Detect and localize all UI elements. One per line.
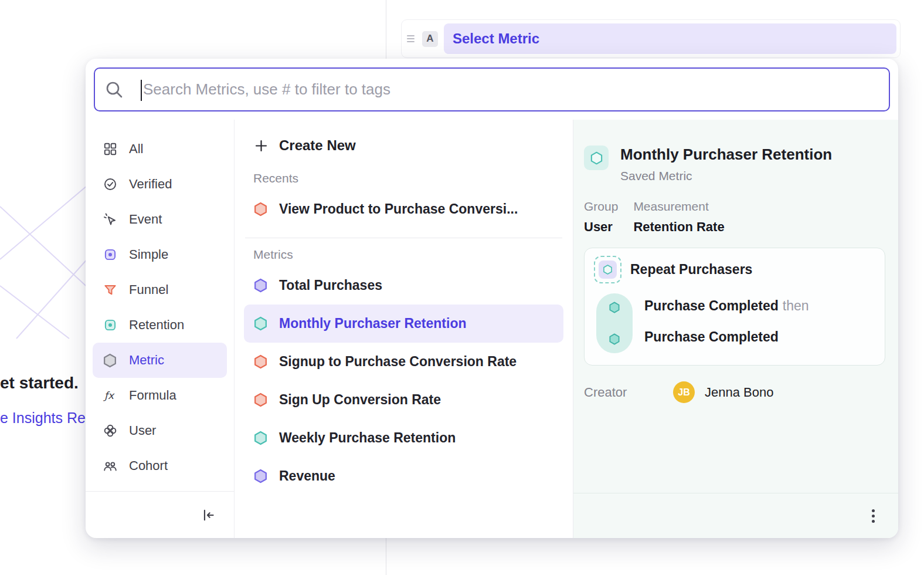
metric-hexagon-icon bbox=[253, 278, 269, 293]
more-options-button[interactable] bbox=[868, 506, 878, 526]
sidebar-item-verified[interactable]: Verified bbox=[93, 167, 227, 202]
group-meta: Group User bbox=[584, 199, 618, 235]
funnel-hexagon-icon bbox=[253, 354, 269, 370]
search-box[interactable] bbox=[94, 67, 890, 111]
retention-hexagon-icon bbox=[584, 146, 609, 170]
select-metric-label: Select Metric bbox=[453, 31, 539, 47]
grid-icon bbox=[102, 141, 118, 157]
metric-row[interactable]: Signup to Purchase Conversion Rate bbox=[244, 343, 563, 381]
measurement-label: Measurement bbox=[633, 199, 724, 214]
sidebar-item-label: User bbox=[129, 423, 156, 438]
sidebar-item-funnel[interactable]: Funnel bbox=[93, 272, 227, 307]
definition-card: Repeat Purchasers Purchase Completedthen bbox=[584, 248, 885, 366]
sidebar-item-label: All bbox=[129, 141, 143, 157]
filter-sidebar: All Verified bbox=[86, 120, 235, 538]
funnel-hexagon-icon bbox=[253, 201, 269, 217]
svg-text:ƒx: ƒx bbox=[103, 390, 115, 401]
sidebar-item-label: Formula bbox=[129, 388, 176, 403]
funnel-icon bbox=[102, 282, 118, 298]
funnel-hexagon-icon bbox=[253, 392, 269, 408]
text-caret bbox=[141, 80, 142, 101]
metric-picker-modal: All Verified bbox=[86, 59, 898, 538]
metric-row-label: Signup to Purchase Conversion Rate bbox=[279, 354, 517, 370]
step-conjunction: then bbox=[783, 298, 809, 313]
measurement-meta: Measurement Retention Rate bbox=[633, 199, 724, 235]
creator-name: Jenna Bono bbox=[705, 385, 773, 400]
recents-section-label: Recents bbox=[253, 171, 554, 185]
metric-row-label: Revenue bbox=[279, 468, 335, 484]
detail-footer bbox=[573, 493, 898, 538]
sidebar-item-label: Cohort bbox=[129, 458, 168, 473]
cohort-people-icon bbox=[102, 458, 118, 474]
metric-row-label: Total Purchases bbox=[279, 278, 382, 293]
list-divider bbox=[245, 238, 562, 238]
metric-query-bar: A Select Metric bbox=[401, 19, 901, 58]
step-hexagon-icon bbox=[608, 301, 621, 314]
sidebar-item-simple[interactable]: Simple bbox=[93, 237, 227, 272]
detail-subtitle: Saved Metric bbox=[620, 169, 832, 183]
sidebar-item-label: Funnel bbox=[129, 282, 168, 297]
metric-row[interactable]: Sign Up Conversion Rate bbox=[244, 381, 563, 419]
step-hexagon-icon bbox=[608, 333, 621, 346]
verified-badge-icon bbox=[102, 177, 118, 192]
background-headline: et started. bbox=[0, 374, 79, 393]
detail-header: Monthly Purchaser Retention Saved Metric bbox=[584, 146, 885, 183]
step-one: Purchase Completedthen bbox=[644, 298, 809, 314]
create-new-button[interactable]: Create New bbox=[244, 129, 563, 162]
steps-pill bbox=[596, 293, 633, 353]
measurement-value: Retention Rate bbox=[633, 219, 724, 235]
sidebar-item-user[interactable]: User bbox=[93, 413, 227, 448]
search-icon bbox=[104, 80, 124, 100]
sidebar-item-label: Retention bbox=[129, 317, 184, 333]
sidebar-item-all[interactable]: All bbox=[93, 131, 227, 167]
creator-avatar: JB bbox=[673, 381, 695, 403]
metric-row[interactable]: Weekly Purchase Retention bbox=[244, 419, 563, 457]
simple-square-icon bbox=[102, 247, 118, 263]
decorative-chart-lines bbox=[0, 165, 100, 341]
sidebar-item-cohort[interactable]: Cohort bbox=[93, 448, 227, 483]
create-new-label: Create New bbox=[279, 137, 356, 154]
search-input[interactable] bbox=[143, 80, 877, 99]
step-one-event: Purchase Completed bbox=[644, 298, 779, 313]
step-letter-badge: A bbox=[422, 31, 438, 47]
collapse-panel-icon[interactable] bbox=[199, 505, 219, 525]
metrics-section-label: Metrics bbox=[253, 248, 554, 262]
select-metric-button[interactable]: Select Metric bbox=[444, 23, 896, 54]
sidebar-footer bbox=[86, 491, 234, 538]
sidebar-item-label: Verified bbox=[129, 177, 172, 192]
sidebar-item-label: Event bbox=[129, 212, 162, 227]
event-cursor-icon bbox=[102, 212, 118, 228]
metric-row-label: Weekly Purchase Retention bbox=[279, 430, 456, 446]
step-texts: Purchase Completedthen Purchase Complete… bbox=[644, 293, 809, 353]
metric-detail-panel: Monthly Purchaser Retention Saved Metric… bbox=[573, 120, 898, 538]
retention-hexagon-icon bbox=[253, 430, 269, 446]
sidebar-item-metric[interactable]: Metric bbox=[93, 343, 227, 378]
sidebar-item-label: Metric bbox=[129, 353, 164, 368]
recent-item-label: View Product to Purchase Conversi... bbox=[279, 201, 518, 217]
user-flower-icon bbox=[102, 423, 118, 439]
metric-list-panel: Create New Recents View Product to Purch… bbox=[235, 120, 573, 538]
sidebar-item-retention[interactable]: Retention bbox=[93, 307, 227, 343]
metric-row[interactable]: Total Purchases bbox=[244, 266, 563, 305]
retention-square-icon bbox=[102, 317, 118, 333]
metric-row[interactable]: Revenue bbox=[244, 457, 563, 495]
recent-item[interactable]: View Product to Purchase Conversi... bbox=[244, 190, 563, 228]
metric-row-label: Monthly Purchaser Retention bbox=[279, 316, 466, 332]
metric-row-selected[interactable]: Monthly Purchaser Retention bbox=[244, 305, 563, 343]
dashed-retention-icon bbox=[594, 256, 621, 283]
definition-title: Repeat Purchasers bbox=[630, 262, 752, 278]
detail-meta: Group User Measurement Retention Rate bbox=[584, 199, 885, 235]
definition-header: Repeat Purchasers bbox=[594, 256, 875, 283]
group-value: User bbox=[584, 219, 618, 235]
modal-body: All Verified bbox=[86, 120, 898, 538]
drag-handle-icon[interactable] bbox=[405, 35, 416, 42]
metric-hexagon-icon bbox=[102, 353, 118, 368]
retention-hexagon-icon bbox=[253, 316, 269, 332]
step-two-event: Purchase Completed bbox=[644, 329, 779, 344]
sidebar-item-formula[interactable]: ƒx Formula bbox=[93, 378, 227, 413]
background-insights-link[interactable]: e Insights Re bbox=[0, 410, 86, 427]
step-two: Purchase Completed bbox=[644, 329, 809, 345]
creator-row: Creator JB Jenna Bono bbox=[584, 381, 885, 403]
sidebar-item-event[interactable]: Event bbox=[93, 202, 227, 237]
metric-row-label: Sign Up Conversion Rate bbox=[279, 392, 441, 408]
